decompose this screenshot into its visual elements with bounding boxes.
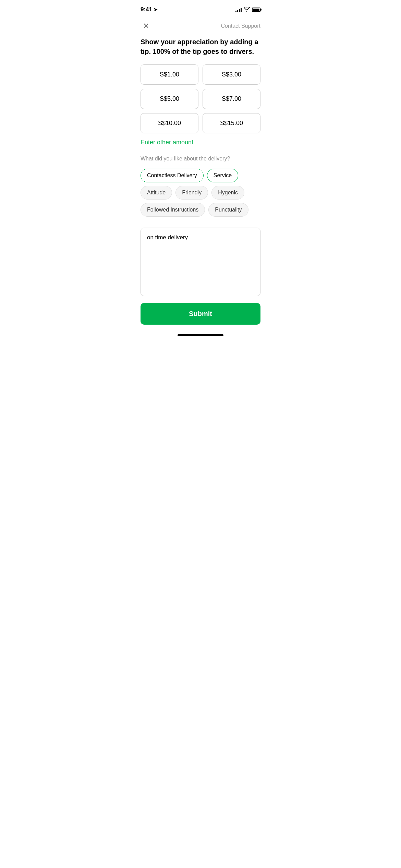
status-bar: 9:41 ➤ bbox=[134, 0, 267, 16]
tag-service[interactable]: Service bbox=[207, 169, 238, 182]
tag-followed-instructions[interactable]: Followed Instructions bbox=[141, 203, 205, 217]
tip-button-10[interactable]: S$10.00 bbox=[141, 113, 198, 133]
status-icons bbox=[235, 7, 260, 13]
tag-attitude[interactable]: Attitude bbox=[141, 186, 172, 200]
submit-section: Submit bbox=[134, 298, 267, 331]
tip-button-3[interactable]: S$3.00 bbox=[203, 64, 260, 85]
close-button[interactable]: ✕ bbox=[141, 21, 151, 32]
feedback-textarea[interactable] bbox=[141, 228, 260, 296]
home-indicator bbox=[178, 334, 223, 336]
tip-button-1[interactable]: S$1.00 bbox=[141, 64, 198, 85]
time-label: 9:41 bbox=[141, 6, 152, 13]
status-time: 9:41 ➤ bbox=[141, 6, 158, 13]
tip-button-5[interactable]: S$5.00 bbox=[141, 89, 198, 109]
tip-headline: Show your appreciation by adding a tip. … bbox=[141, 37, 260, 56]
contact-support-link[interactable]: Contact Support bbox=[221, 23, 260, 29]
submit-button[interactable]: Submit bbox=[141, 303, 260, 325]
signal-icon bbox=[235, 7, 242, 12]
tag-punctuality[interactable]: Punctuality bbox=[208, 203, 248, 217]
tags-container: Contactless Delivery Service Attitude Fr… bbox=[141, 169, 260, 217]
location-arrow-icon: ➤ bbox=[154, 7, 158, 12]
page-header: ✕ Contact Support bbox=[134, 16, 267, 37]
enter-other-amount-link[interactable]: Enter other amount bbox=[141, 139, 193, 146]
close-icon: ✕ bbox=[143, 22, 149, 30]
main-content: Show your appreciation by adding a tip. … bbox=[134, 37, 267, 298]
delivery-question-label: What did you like about the delivery? bbox=[141, 156, 260, 162]
tag-friendly[interactable]: Friendly bbox=[175, 186, 208, 200]
tip-button-7[interactable]: S$7.00 bbox=[203, 89, 260, 109]
wifi-icon bbox=[244, 7, 250, 13]
tip-grid: S$1.00 S$3.00 S$5.00 S$7.00 S$10.00 S$15… bbox=[141, 64, 260, 133]
tip-button-15[interactable]: S$15.00 bbox=[203, 113, 260, 133]
tag-hygenic[interactable]: Hygenic bbox=[211, 186, 244, 200]
tag-contactless-delivery[interactable]: Contactless Delivery bbox=[141, 169, 204, 182]
battery-icon bbox=[252, 8, 260, 12]
